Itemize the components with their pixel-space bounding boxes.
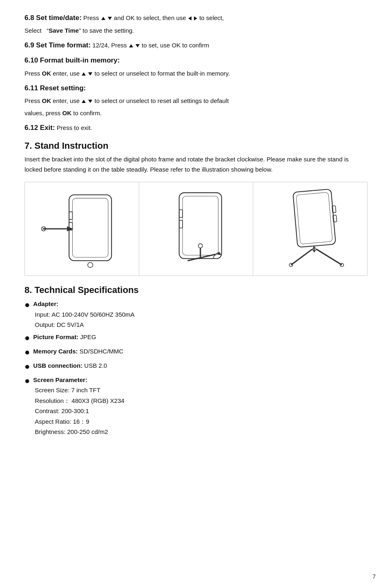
section-6-10-label: 6.10 Format built-in memory:	[24, 56, 120, 64]
screen-size: Screen Size: 7 inch TFT	[33, 385, 368, 396]
illustration-2-svg	[143, 186, 249, 271]
select-word: Select	[24, 27, 42, 34]
svg-rect-18	[293, 189, 336, 248]
section-7: 7. Stand Instruction Insert the bracket …	[24, 141, 368, 276]
screen-res: Resolution： 480X3 (RGB) X234	[33, 396, 368, 406]
memory-cards-val: SD/SDHC/MMC	[80, 348, 124, 355]
svg-point-4	[88, 263, 93, 268]
adapter-output: Output: DC 5V/1A	[33, 320, 368, 330]
picture-format-label: Picture Format:	[33, 333, 78, 340]
screen-brightness: Brightness: 200-250 cd/m2	[33, 427, 368, 437]
svg-rect-11	[183, 196, 218, 255]
screen-contrast: Contrast: 200-300:1	[33, 406, 368, 416]
svg-rect-19	[296, 192, 332, 244]
illustration-1-svg	[29, 186, 135, 271]
save-time-text: Save Time	[49, 27, 79, 34]
usb-label: USB connection:	[33, 362, 82, 369]
usb-val: USB 2.0	[84, 362, 107, 369]
section-6-9-label: 6.9 Set Time format:	[24, 41, 91, 49]
bullet-usb: ● USB connection: USB 2.0	[24, 360, 368, 373]
arrow-left-icon	[188, 16, 192, 20]
illustration-cell-3	[253, 182, 367, 275]
arrow-up-icon-4	[82, 100, 86, 103]
section-7-para: Insert the bracket into the slot of the …	[24, 154, 368, 175]
arrow-down-icon	[108, 17, 112, 20]
svg-rect-12	[179, 210, 182, 218]
screen-aspect: Aspect Ratio: 16：9	[33, 416, 368, 427]
arrow-up-icon-2	[129, 44, 133, 47]
bullet-dot-1: ●	[24, 298, 30, 311]
illustration-cell-1	[25, 182, 139, 275]
section-6-8: 6.8 Set time/date: Press and OK to selec…	[24, 12, 368, 36]
section-6-10: 6.10 Format built-in memory: Press OK en…	[24, 55, 368, 78]
arrow-up-icon-3	[82, 72, 86, 76]
svg-line-22	[291, 249, 312, 265]
arrow-down-icon-4	[88, 100, 92, 103]
section-6-8-text: 6.8 Set time/date: Press and OK to selec…	[24, 12, 368, 23]
arrow-down-icon-2	[136, 44, 140, 47]
bullet-dot-4: ●	[24, 360, 30, 373]
adapter-label: Adapter:	[33, 300, 58, 307]
bullet-dot-5: ●	[24, 374, 30, 387]
memory-cards-label: Memory Cards:	[33, 348, 78, 355]
svg-line-24	[314, 246, 314, 253]
svg-rect-0	[69, 195, 111, 261]
section-6-11-label: 6.11 Reset setting:	[24, 84, 86, 92]
illustration-row	[24, 182, 368, 276]
section-6-11: 6.11 Reset setting: Press OK enter, use …	[24, 83, 368, 118]
bullet-picture-format: ● Picture Format: JPEG	[24, 332, 368, 344]
bullet-dot-2: ●	[24, 331, 30, 344]
adapter-input: Input: AC 100-240V 50/60HZ 350mA	[33, 309, 368, 320]
svg-rect-2	[69, 212, 72, 220]
page-number: 7	[372, 573, 376, 580]
section-7-heading: 7. Stand Instruction	[24, 141, 368, 151]
arrow-down-icon-3	[88, 72, 92, 76]
svg-point-26	[290, 264, 293, 267]
section-6-12: 6.12 Exit: Press to exit.	[24, 122, 368, 133]
section-8: 8. Technical Specifications ● Adapter: I…	[24, 285, 368, 437]
section-6-8-label: 6.8 Set time/date:	[24, 14, 82, 22]
arrow-up-icon	[101, 17, 105, 20]
screen-label: Screen Parameter:	[33, 376, 87, 383]
section-8-heading: 8. Technical Specifications	[24, 285, 368, 295]
svg-rect-13	[179, 221, 182, 228]
bullet-screen: ● Screen Parameter: Screen Size: 7 inch …	[24, 375, 368, 437]
svg-line-23	[316, 249, 342, 265]
illustration-3-svg	[257, 186, 363, 271]
section-6-12-label: 6.12 Exit:	[24, 124, 55, 132]
svg-rect-1	[72, 199, 108, 258]
bullet-dot-3: ●	[24, 345, 30, 359]
arrow-right-icon	[194, 16, 197, 20]
picture-format-val: JPEG	[80, 333, 96, 340]
section-6-9: 6.9 Set Time format: 12/24, Press to set…	[24, 40, 368, 51]
svg-point-17	[198, 244, 202, 248]
bullet-memory-cards: ● Memory Cards: SD/SDHC/MMC	[24, 346, 368, 359]
bullet-adapter: ● Adapter: Input: AC 100-240V 50/60HZ 35…	[24, 299, 368, 330]
illustration-cell-2	[139, 182, 254, 275]
svg-marker-16	[216, 253, 221, 255]
